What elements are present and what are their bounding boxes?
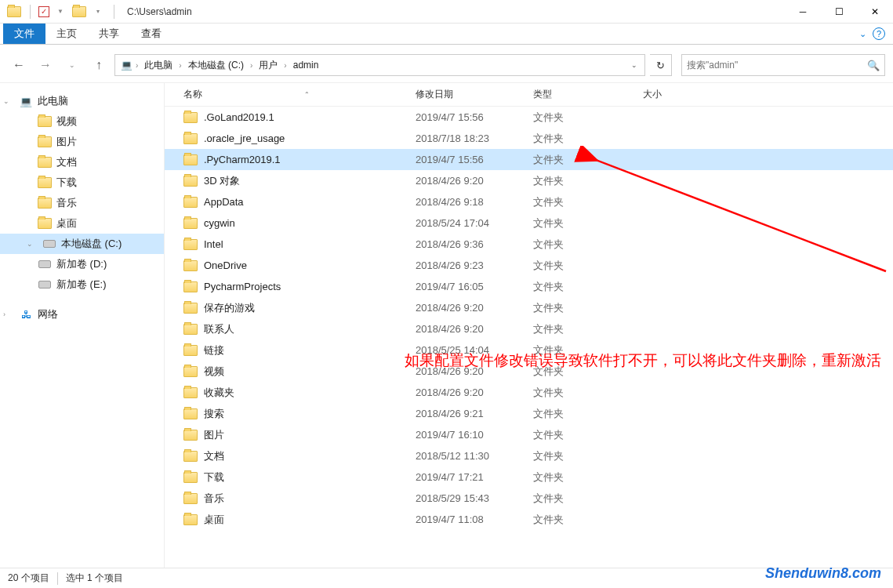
tab-share[interactable]: 共享: [88, 24, 130, 44]
sidebar-item[interactable]: 视频: [0, 111, 164, 132]
folder-icon: [38, 176, 52, 190]
close-button[interactable]: ✕: [857, 0, 893, 24]
minimize-button[interactable]: ─: [785, 0, 821, 24]
file-row[interactable]: PycharmProjects 2019/4/7 16:05 文件夹: [165, 276, 893, 297]
file-row[interactable]: .GoLand2019.1 2019/4/7 15:56 文件夹: [165, 107, 893, 128]
pc-icon: 💻: [19, 94, 33, 108]
file-type: 文件夹: [533, 280, 643, 294]
file-row[interactable]: 搜索 2018/4/26 9:21 文件夹: [165, 403, 893, 424]
sidebar-item[interactable]: 桌面: [0, 213, 164, 234]
folder-icon: [183, 514, 198, 525]
separator: [30, 5, 31, 19]
file-row[interactable]: Intel 2018/4/26 9:36 文件夹: [165, 234, 893, 255]
file-row[interactable]: 联系人 2018/4/26 9:20 文件夹: [165, 318, 893, 339]
expand-icon[interactable]: ⌄: [3, 97, 13, 105]
main-area: ⌄ 💻 此电脑 视频图片文档下载音乐桌面 ⌄本地磁盘 (C:)新加卷 (D:)新…: [0, 82, 893, 568]
file-name: Intel: [204, 238, 223, 250]
file-name: 联系人: [204, 322, 234, 336]
folder-icon: [183, 451, 198, 462]
refresh-button[interactable]: ↻: [650, 54, 672, 76]
checkbox-icon[interactable]: ✓: [38, 6, 49, 17]
column-header-date[interactable]: 修改日期: [416, 88, 533, 101]
history-dropdown-icon[interactable]: ⌄: [61, 54, 83, 76]
breadcrumb-admin[interactable]: admin: [289, 55, 324, 75]
file-type: 文件夹: [533, 111, 643, 125]
file-date: 2019/4/7 17:21: [416, 471, 533, 483]
disk-icon: [38, 257, 52, 271]
sidebar-item-drive[interactable]: 新加卷 (D:): [0, 254, 164, 274]
chevron-right-icon[interactable]: ›: [249, 61, 254, 70]
tab-home[interactable]: 主页: [45, 24, 88, 44]
sidebar-item[interactable]: 音乐: [0, 193, 164, 213]
chevron-right-icon[interactable]: ›: [134, 61, 140, 70]
chevron-right-icon[interactable]: ›: [177, 61, 183, 70]
file-name: 收藏夹: [204, 386, 234, 400]
file-type: 文件夹: [533, 513, 643, 527]
folder-icon: [183, 493, 198, 504]
breadcrumb-users[interactable]: 用户: [254, 55, 282, 75]
column-header-type[interactable]: 类型: [533, 88, 643, 101]
address-bar[interactable]: 💻 › 此电脑 › 本地磁盘 (C:) › 用户 › admin ⌄: [114, 54, 645, 76]
folder-icon: [183, 239, 198, 250]
search-input[interactable]: [687, 60, 867, 71]
maximize-button[interactable]: ☐: [821, 0, 857, 24]
chevron-right-icon[interactable]: ›: [282, 61, 288, 70]
file-row[interactable]: .oracle_jre_usage 2018/7/18 18:23 文件夹: [165, 128, 893, 149]
sidebar-item-drive[interactable]: 新加卷 (E:): [0, 274, 164, 295]
breadcrumb-thispc[interactable]: 此电脑: [140, 55, 177, 75]
separator: [114, 5, 114, 19]
help-icon[interactable]: ?: [873, 27, 885, 40]
file-row[interactable]: OneDrive 2018/4/26 9:23 文件夹: [165, 255, 893, 276]
file-type: 文件夹: [533, 132, 643, 146]
file-row[interactable]: 下载 2019/4/7 17:21 文件夹: [165, 466, 893, 488]
sidebar-item[interactable]: 文档: [0, 152, 164, 172]
folder-icon: [38, 114, 52, 129]
folder-icon: [183, 408, 198, 419]
folder-icon: [183, 154, 198, 165]
sidebar-item-drive[interactable]: ⌄本地磁盘 (C:): [0, 234, 164, 254]
tab-file[interactable]: 文件: [3, 24, 45, 44]
file-row[interactable]: 保存的游戏 2018/4/26 9:20 文件夹: [165, 297, 893, 318]
file-type: 文件夹: [533, 492, 643, 506]
tab-view[interactable]: 查看: [130, 24, 172, 44]
file-row[interactable]: .PyCharm2019.1 2019/4/7 15:56 文件夹: [165, 149, 893, 170]
folder-icon: [183, 112, 198, 123]
file-name: 桌面: [204, 513, 224, 527]
sidebar-item[interactable]: 下载: [0, 172, 164, 193]
back-button[interactable]: ←: [8, 54, 30, 76]
disk-icon: [38, 278, 52, 292]
file-row[interactable]: 链接 2018/5/25 14:04 文件夹: [165, 339, 893, 361]
file-row[interactable]: 视频 2018/4/26 9:20 文件夹: [165, 361, 893, 382]
column-header-size[interactable]: 大小: [643, 88, 706, 101]
column-header-name[interactable]: 名称 ⌃: [165, 88, 416, 101]
folder-icon: [183, 176, 198, 187]
forward-button[interactable]: →: [34, 54, 56, 76]
sidebar-label: 新加卷 (D:): [56, 257, 107, 271]
file-row[interactable]: AppData 2018/4/26 9:18 文件夹: [165, 191, 893, 212]
file-date: 2018/7/18 18:23: [416, 132, 533, 144]
expand-icon[interactable]: ⌄: [27, 240, 36, 248]
sidebar-item-thispc[interactable]: ⌄ 💻 此电脑: [0, 91, 164, 111]
up-button[interactable]: ↑: [88, 54, 110, 76]
file-row[interactable]: 音乐 2018/5/29 15:43 文件夹: [165, 488, 893, 509]
sidebar-label: 图片: [56, 135, 77, 149]
search-box[interactable]: 🔍: [681, 54, 885, 76]
file-type: 文件夹: [533, 238, 643, 252]
file-row[interactable]: 收藏夹 2018/4/26 9:20 文件夹: [165, 382, 893, 403]
sidebar-item-network[interactable]: › 🖧 网络: [0, 304, 164, 325]
qat-dropdown-icon[interactable]: ▾: [90, 4, 106, 20]
file-name: .PyCharm2019.1: [204, 154, 281, 165]
dropdown-icon[interactable]: ▼: [53, 4, 68, 20]
file-row[interactable]: 图片 2019/4/7 16:10 文件夹: [165, 424, 893, 445]
file-row[interactable]: cygwin 2018/5/24 17:04 文件夹: [165, 212, 893, 234]
file-row[interactable]: 3D 对象 2018/4/26 9:20 文件夹: [165, 170, 893, 191]
file-row[interactable]: 文档 2018/5/12 11:30 文件夹: [165, 445, 893, 466]
address-dropdown-icon[interactable]: ⌄: [627, 61, 641, 69]
sidebar-item[interactable]: 图片: [0, 132, 164, 152]
file-name: .GoLand2019.1: [204, 111, 274, 123]
expand-icon[interactable]: ›: [3, 310, 13, 318]
breadcrumb-drive[interactable]: 本地磁盘 (C:): [183, 55, 249, 75]
search-icon[interactable]: 🔍: [867, 60, 880, 71]
file-row[interactable]: 桌面 2019/4/7 11:08 文件夹: [165, 509, 893, 530]
expand-ribbon-icon[interactable]: ⌄: [859, 29, 866, 39]
